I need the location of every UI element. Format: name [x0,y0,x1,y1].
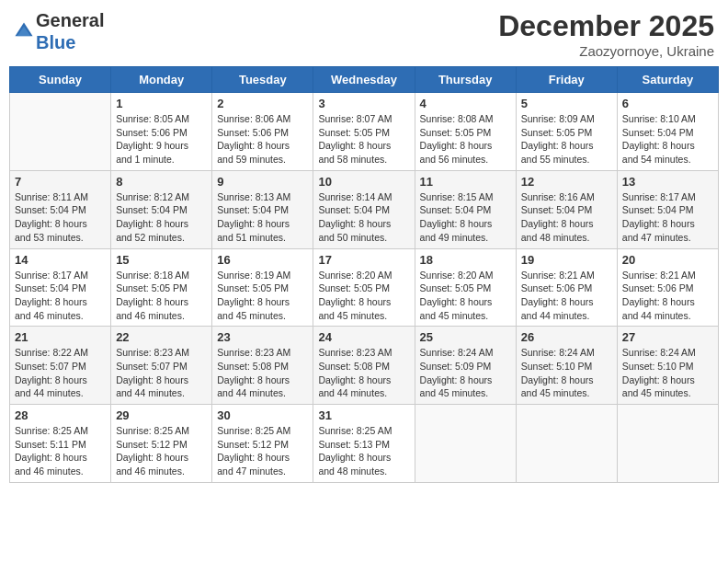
weekday-row: SundayMondayTuesdayWednesdayThursdayFrid… [10,67,719,93]
weekday-header-monday: Monday [111,67,212,93]
calendar-week-4: 21Sunrise: 8:22 AMSunset: 5:07 PMDayligh… [10,327,719,405]
day-number: 2 [217,97,308,110]
weekday-header-friday: Friday [516,67,617,93]
day-info: Sunrise: 8:25 AMSunset: 5:12 PMDaylight:… [217,424,308,478]
calendar-cell: 21Sunrise: 8:22 AMSunset: 5:07 PMDayligh… [10,327,111,405]
day-number: 5 [521,97,612,110]
calendar-cell: 7Sunrise: 8:11 AMSunset: 5:04 PMDaylight… [10,170,111,248]
calendar-cell: 11Sunrise: 8:15 AMSunset: 5:04 PMDayligh… [415,170,516,248]
day-info: Sunrise: 8:20 AMSunset: 5:05 PMDaylight:… [420,269,511,323]
calendar-cell: 26Sunrise: 8:24 AMSunset: 5:10 PMDayligh… [516,327,617,405]
calendar-cell: 12Sunrise: 8:16 AMSunset: 5:04 PMDayligh… [516,170,617,248]
calendar-cell: 5Sunrise: 8:09 AMSunset: 5:05 PMDaylight… [516,93,617,171]
calendar-table: SundayMondayTuesdayWednesdayThursdayFrid… [9,66,719,483]
day-info: Sunrise: 8:11 AMSunset: 5:04 PMDaylight:… [15,190,106,245]
calendar-cell [10,93,111,171]
calendar-body: 1Sunrise: 8:05 AMSunset: 5:06 PMDaylight… [10,93,719,483]
day-info: Sunrise: 8:23 AMSunset: 5:08 PMDaylight:… [217,346,308,400]
day-number: 4 [420,97,511,110]
day-info: Sunrise: 8:16 AMSunset: 5:04 PMDaylight:… [521,190,612,245]
day-number: 14 [15,253,106,267]
calendar-cell: 6Sunrise: 8:10 AMSunset: 5:04 PMDaylight… [617,93,718,171]
weekday-header-wednesday: Wednesday [313,67,415,93]
calendar-cell: 2Sunrise: 8:06 AMSunset: 5:06 PMDaylight… [212,93,313,171]
day-number: 19 [521,253,612,267]
day-info: Sunrise: 8:12 AMSunset: 5:04 PMDaylight:… [116,190,207,245]
day-info: Sunrise: 8:06 AMSunset: 5:06 PMDaylight:… [217,112,308,167]
weekday-header-thursday: Thursday [415,67,516,93]
calendar-cell: 30Sunrise: 8:25 AMSunset: 5:12 PMDayligh… [212,405,313,483]
calendar-cell: 3Sunrise: 8:07 AMSunset: 5:05 PMDaylight… [313,93,415,171]
calendar-week-5: 28Sunrise: 8:25 AMSunset: 5:11 PMDayligh… [10,405,719,483]
calendar-cell: 15Sunrise: 8:18 AMSunset: 5:05 PMDayligh… [111,248,212,327]
day-info: Sunrise: 8:25 AMSunset: 5:13 PMDaylight:… [318,424,409,478]
day-info: Sunrise: 8:07 AMSunset: 5:05 PMDaylight:… [318,112,409,167]
day-info: Sunrise: 8:24 AMSunset: 5:10 PMDaylight:… [521,346,612,400]
day-number: 23 [217,330,308,344]
calendar-cell: 23Sunrise: 8:23 AMSunset: 5:08 PMDayligh… [212,327,313,405]
calendar-cell: 1Sunrise: 8:05 AMSunset: 5:06 PMDaylight… [111,93,212,171]
day-number: 17 [318,253,409,267]
weekday-header-saturday: Saturday [617,67,718,93]
logo-blue-text: Blue [36,32,75,52]
calendar-cell: 29Sunrise: 8:25 AMSunset: 5:12 PMDayligh… [111,405,212,483]
day-number: 20 [622,253,713,267]
day-number: 31 [318,408,409,422]
calendar-cell: 20Sunrise: 8:21 AMSunset: 5:06 PMDayligh… [617,248,718,327]
calendar-cell: 14Sunrise: 8:17 AMSunset: 5:04 PMDayligh… [10,248,111,327]
weekday-header-tuesday: Tuesday [212,67,313,93]
day-number: 3 [318,97,409,110]
day-info: Sunrise: 8:15 AMSunset: 5:04 PMDaylight:… [420,190,511,245]
day-info: Sunrise: 8:25 AMSunset: 5:12 PMDaylight:… [116,424,207,478]
day-number: 21 [15,330,106,344]
calendar-cell: 13Sunrise: 8:17 AMSunset: 5:04 PMDayligh… [617,170,718,248]
calendar-cell: 22Sunrise: 8:23 AMSunset: 5:07 PMDayligh… [111,327,212,405]
day-info: Sunrise: 8:08 AMSunset: 5:05 PMDaylight:… [420,112,511,167]
day-number: 16 [217,253,308,267]
day-info: Sunrise: 8:21 AMSunset: 5:06 PMDaylight:… [622,269,713,323]
day-number: 28 [15,408,106,422]
day-info: Sunrise: 8:22 AMSunset: 5:07 PMDaylight:… [15,346,106,400]
calendar-header: SundayMondayTuesdayWednesdayThursdayFrid… [10,67,719,93]
calendar-cell: 9Sunrise: 8:13 AMSunset: 5:04 PMDaylight… [212,170,313,248]
calendar-cell: 10Sunrise: 8:14 AMSunset: 5:04 PMDayligh… [313,170,415,248]
day-info: Sunrise: 8:20 AMSunset: 5:05 PMDaylight:… [318,269,409,323]
day-number: 6 [622,97,713,110]
calendar-week-2: 7Sunrise: 8:11 AMSunset: 5:04 PMDaylight… [10,170,719,248]
day-info: Sunrise: 8:17 AMSunset: 5:04 PMDaylight:… [622,190,713,245]
day-info: Sunrise: 8:24 AMSunset: 5:09 PMDaylight:… [420,346,511,400]
day-info: Sunrise: 8:09 AMSunset: 5:05 PMDaylight:… [521,112,612,167]
day-number: 12 [521,175,612,189]
day-number: 26 [521,330,612,344]
calendar-week-3: 14Sunrise: 8:17 AMSunset: 5:04 PMDayligh… [10,248,719,327]
day-info: Sunrise: 8:14 AMSunset: 5:04 PMDaylight:… [318,190,409,245]
day-number: 29 [116,408,207,422]
day-info: Sunrise: 8:18 AMSunset: 5:05 PMDaylight:… [116,269,207,323]
calendar-cell [516,405,617,483]
day-number: 27 [622,330,713,344]
day-info: Sunrise: 8:17 AMSunset: 5:04 PMDaylight:… [15,269,106,323]
calendar-cell [617,405,718,483]
day-number: 1 [116,97,207,110]
calendar-cell: 18Sunrise: 8:20 AMSunset: 5:05 PMDayligh… [415,248,516,327]
day-number: 9 [217,175,308,189]
location-subtitle: Zaozyornoye, Ukraine [498,43,714,59]
day-info: Sunrise: 8:05 AMSunset: 5:06 PMDaylight:… [116,112,207,167]
calendar-cell: 8Sunrise: 8:12 AMSunset: 5:04 PMDaylight… [111,170,212,248]
day-info: Sunrise: 8:10 AMSunset: 5:04 PMDaylight:… [622,112,713,167]
day-number: 11 [420,175,511,189]
weekday-header-sunday: Sunday [10,67,111,93]
calendar-cell [415,405,516,483]
day-info: Sunrise: 8:19 AMSunset: 5:05 PMDaylight:… [217,269,308,323]
calendar-cell: 31Sunrise: 8:25 AMSunset: 5:13 PMDayligh… [313,405,415,483]
calendar-cell: 28Sunrise: 8:25 AMSunset: 5:11 PMDayligh… [10,405,111,483]
day-number: 15 [116,253,207,267]
day-number: 7 [15,175,106,189]
day-number: 8 [116,175,207,189]
logo-general-text: General [36,10,104,30]
day-number: 10 [318,175,409,189]
calendar-cell: 4Sunrise: 8:08 AMSunset: 5:05 PMDaylight… [415,93,516,171]
logo: General Blue [14,9,104,53]
calendar-week-1: 1Sunrise: 8:05 AMSunset: 5:06 PMDaylight… [10,93,719,171]
calendar-cell: 27Sunrise: 8:24 AMSunset: 5:10 PMDayligh… [617,327,718,405]
